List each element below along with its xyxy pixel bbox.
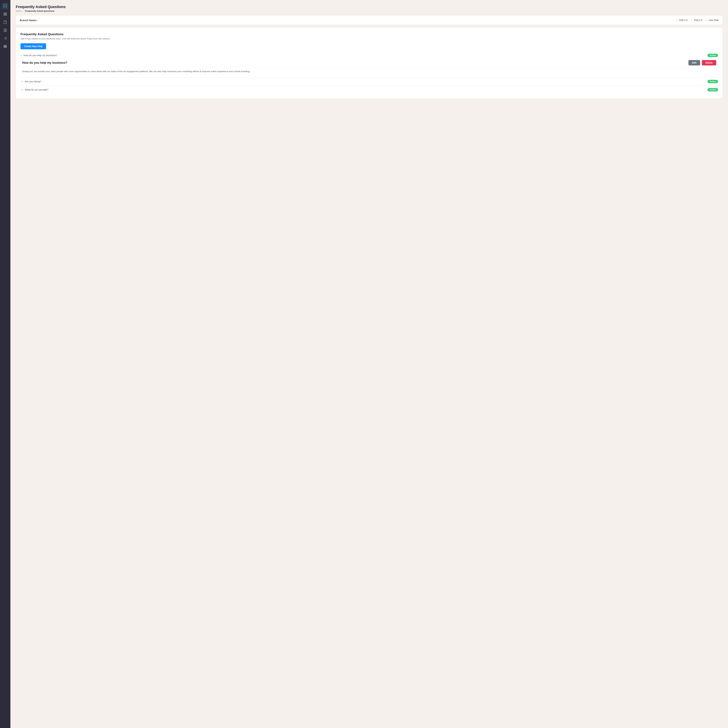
faq-item-2: → Are you hiring? Active — [20, 80, 718, 86]
faq-status-badge-1: Active — [708, 54, 718, 57]
sidebar-item-grid[interactable] — [2, 11, 9, 17]
faq-arrow-2: → — [20, 80, 23, 83]
branch-tag-livechat-label: Live Chat — [709, 19, 719, 21]
main-content: Frequently Asked Questions Home - Freque… — [11, 0, 728, 728]
branch-name-label: Branch Name:- — [20, 19, 38, 21]
faq-arrow-3: → — [20, 88, 23, 91]
branch-tag-vsa2-label: VSA 2.0 — [694, 19, 702, 21]
faq-expanded-header-1: How do you help my business? Edit Delete — [22, 60, 716, 67]
breadcrumb-separator: - — [23, 10, 23, 12]
faq-header-3[interactable]: → What do you provide? Active — [20, 88, 718, 92]
faq-item-1: ↓ How do you help my business? Active Ho… — [20, 54, 718, 78]
svg-rect-12 — [4, 45, 7, 46]
page-title: Frequently Asked Questions — [16, 5, 723, 9]
breadcrumb-current: Frequently Asked Questions — [25, 10, 54, 12]
branch-tag-vsa1: ✓ VSA 1.0 — [676, 18, 688, 21]
faq-header-2[interactable]: → Are you hiring? Active — [20, 80, 718, 83]
branch-tags: ✓ VSA 1.0 ✓ VSA 2.0 ✓ Live Chat — [676, 18, 719, 21]
faq-section-card: Frequently Asked Questions Add FAQs rela… — [16, 28, 723, 98]
faq-question-1: How do you help my business? — [23, 54, 706, 57]
branch-tag-vsa2: ✓ VSA 2.0 — [691, 18, 702, 21]
edit-button-1[interactable]: Edit — [688, 60, 700, 66]
sidebar-item-chat[interactable] — [2, 3, 9, 9]
faq-answer-1: Simply put, we provide your sales people… — [22, 70, 716, 73]
faq-section-title: Frequently Asked Questions — [20, 32, 718, 36]
sidebar-item-list[interactable] — [2, 35, 9, 41]
svg-rect-14 — [4, 47, 7, 47]
check-icon-vsa1: ✓ — [676, 18, 678, 21]
branch-tag-vsa1-label: VSA 1.0 — [679, 19, 688, 21]
svg-rect-2 — [4, 14, 5, 15]
svg-rect-1 — [6, 13, 6, 14]
faq-header-1[interactable]: ↓ How do you help my business? Active — [20, 54, 718, 57]
faq-question-3: What do you provide? — [25, 89, 706, 91]
faq-expanded-question-1: How do you help my business? — [22, 61, 67, 64]
faq-question-2: Are you hiring? — [25, 80, 706, 83]
faq-status-badge-3: Active — [708, 88, 718, 92]
sidebar — [0, 0, 11, 728]
branch-card: Branch Name:- ✓ VSA 1.0 ✓ VSA 2.0 ✓ Live… — [16, 15, 723, 24]
faq-item-3: → What do you provide? Active — [20, 88, 718, 94]
delete-button-1[interactable]: Delete — [702, 60, 716, 66]
sidebar-item-document[interactable] — [2, 19, 9, 26]
faq-actions-1: Edit Delete — [688, 60, 716, 66]
faq-section-description: Add FAQs related to your business here, … — [20, 37, 718, 40]
svg-rect-0 — [4, 13, 5, 14]
sidebar-item-document2[interactable] — [2, 27, 9, 34]
sidebar-item-list2[interactable] — [2, 43, 9, 50]
breadcrumb-home[interactable]: Home — [16, 10, 21, 12]
branch-tag-livechat: ✓ Live Chat — [706, 18, 719, 21]
svg-rect-3 — [6, 14, 6, 15]
faq-expanded-panel-1: How do you help my business? Edit Delete… — [20, 57, 718, 75]
create-faq-button[interactable]: Create New FAQ — [20, 43, 46, 49]
check-icon-livechat: ✓ — [706, 18, 708, 21]
faq-arrow-1: ↓ — [20, 54, 22, 57]
faq-status-badge-2: Active — [708, 80, 718, 83]
svg-rect-13 — [4, 46, 7, 47]
check-icon-vsa2: ✓ — [691, 18, 693, 21]
breadcrumb: Home - Frequently Asked Questions — [16, 10, 723, 12]
